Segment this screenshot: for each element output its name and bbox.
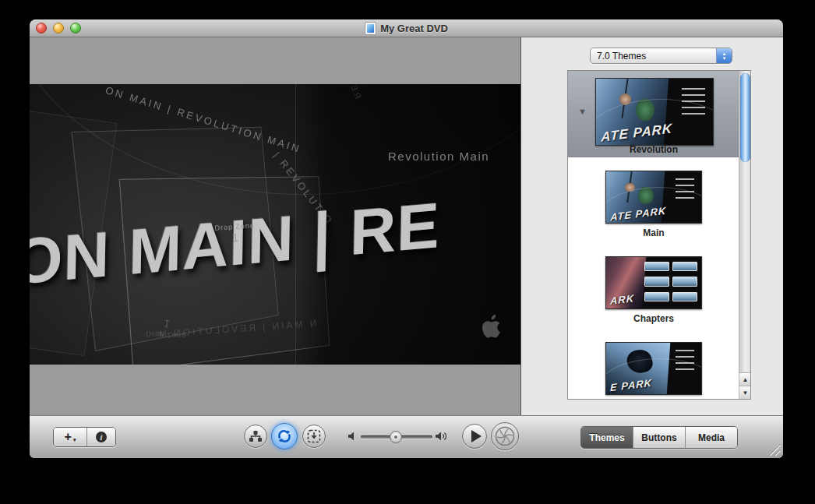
drop-zone[interactable]: Drop Zone 1	[214, 221, 256, 245]
add-button[interactable]: + ▾	[54, 428, 86, 446]
play-icon	[471, 430, 482, 442]
map-icon	[249, 430, 263, 442]
theme-label[interactable]: Chapters	[568, 313, 739, 324]
burn-icon	[494, 425, 516, 447]
info-icon: i	[96, 432, 107, 442]
theme-thumbnail-chapters[interactable]: ARK	[605, 256, 702, 309]
play-button[interactable]	[462, 424, 487, 449]
tab-themes[interactable]: Themes	[581, 427, 633, 448]
window-title: My Great DVD	[380, 23, 448, 34]
thumbnail-menu-lines	[676, 350, 694, 372]
info-button[interactable]: i	[86, 428, 115, 446]
theme-thumbnail-revolution[interactable]: ATE PARK	[595, 78, 714, 146]
burn-button[interactable]	[491, 422, 519, 450]
chevron-down-icon: ▾	[73, 437, 76, 443]
add-info-group: + ▾ i	[53, 427, 116, 447]
drop-zone-editor-button[interactable]	[302, 425, 326, 448]
theme-list-scrollbar[interactable]: ▲ ▼	[739, 71, 750, 399]
theme-thumbnail-main[interactable]: ATE PARK	[605, 171, 702, 224]
menu-title-text[interactable]: Revolution Main	[388, 150, 489, 163]
volume-slider-knob[interactable]	[390, 431, 402, 443]
resize-grip[interactable]	[767, 442, 781, 456]
theme-thumbnail-extras[interactable]: E PARK	[605, 342, 702, 395]
scroll-up-button[interactable]: ▲	[739, 372, 751, 386]
tab-buttons[interactable]: Buttons	[633, 427, 685, 448]
app-window: My Great DVD ON MAIN | REVOLUTION MAIN |…	[30, 19, 783, 458]
dvd-map-button[interactable]	[244, 425, 267, 448]
scroll-down-button[interactable]: ▼	[739, 386, 751, 399]
document-proxy-icon[interactable]	[365, 22, 376, 35]
pane-tabs: Themes Buttons Media	[580, 426, 738, 449]
themes-sidebar: 7.0 Themes ▲▼ ▼ ATE PARK Revolution	[521, 37, 783, 415]
motion-icon	[277, 428, 292, 444]
thumbnail-menu-lines	[676, 178, 694, 201]
chapter-grid	[644, 262, 697, 301]
theme-set-value: 7.0 Themes	[591, 51, 716, 62]
volume-high-icon	[435, 431, 449, 442]
dropzone-icon	[307, 429, 321, 443]
theme-set-dropdown[interactable]: 7.0 Themes ▲▼	[590, 48, 732, 64]
menu-editor-canvas[interactable]: ON MAIN | REVOLUTION MAIN | REVOLUTIO RE…	[30, 37, 521, 415]
title-bar[interactable]: My Great DVD	[30, 19, 783, 37]
volume-control	[348, 427, 480, 447]
drop-zone-reflection: Drop Zone 1	[146, 316, 187, 340]
disclosure-triangle-icon[interactable]: ▼	[578, 107, 587, 116]
scrollbar-thumb[interactable]	[740, 73, 750, 162]
stepper-icon: ▲▼	[716, 48, 732, 63]
bottom-toolbar: + ▾ i	[30, 415, 783, 458]
dvd-menu-preview[interactable]: ON MAIN | REVOLUTION MAIN | REVOLUTIO RE…	[30, 84, 520, 365]
thumbnail-menu-lines	[682, 88, 705, 117]
theme-label[interactable]: Revolution	[568, 144, 739, 155]
theme-list[interactable]: ▼ ATE PARK Revolution ATE PARK	[567, 70, 751, 400]
apple-logo-icon	[477, 308, 506, 344]
motion-button[interactable]	[271, 423, 298, 449]
theme-label[interactable]: Main	[568, 227, 739, 238]
volume-low-icon	[348, 431, 358, 442]
tab-media[interactable]: Media	[685, 427, 737, 448]
